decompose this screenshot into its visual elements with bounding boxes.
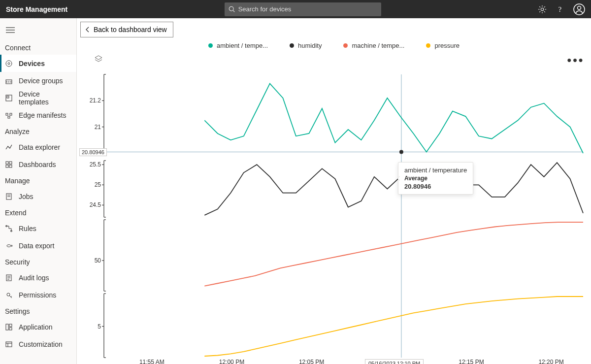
svg-text:25: 25 (95, 181, 101, 188)
more-options-button[interactable]: ●●● (567, 56, 584, 65)
svg-text:12:00 PM: 12:00 PM (219, 359, 244, 364)
svg-rect-45 (9, 324, 12, 327)
chart-tooltip: ambient / temperature Average 20.80946 (398, 162, 473, 195)
svg-rect-30 (6, 165, 8, 167)
svg-point-17 (6, 61, 12, 66)
sidebar-item-data-export[interactable]: Data export (0, 237, 76, 254)
chart-area[interactable]: 21.22125.52524.550511:55 AM05/16/202312:… (77, 69, 591, 364)
sidebar-item-jobs[interactable]: Jobs (0, 188, 76, 205)
nav-section-header: Manage (0, 173, 76, 188)
svg-point-66 (399, 150, 403, 154)
sidebar-item-permissions[interactable]: Permissions (0, 286, 76, 303)
svg-point-2 (541, 8, 543, 10)
nav-section-header: Connect (0, 40, 76, 55)
search-box[interactable] (225, 2, 381, 16)
sidebar-item-device-templates[interactable]: Device templates (0, 89, 76, 106)
sidebar-item-label: Device groups (19, 77, 63, 85)
sidebar-item-label: Application (19, 323, 53, 331)
content: ConnectDevicesDevice groupsDevice templa… (0, 18, 591, 364)
svg-line-1 (233, 10, 234, 12)
nav-section-header: Settings (0, 303, 76, 318)
sidebar-item-data-explorer[interactable]: Data explorer (0, 138, 76, 156)
edge-manifests-icon (5, 111, 13, 119)
sidebar-item-label: Dashboards (19, 161, 56, 168)
legend-label: machine / tempe... (352, 42, 404, 49)
legend-dot-icon (208, 43, 213, 48)
svg-text:12:15 PM: 12:15 PM (459, 359, 484, 364)
sidebar-item-label: Edge manifests (19, 111, 66, 119)
svg-rect-26 (10, 113, 12, 115)
sidebar: ConnectDevicesDevice groupsDevice templa… (0, 18, 77, 364)
app-title: Store Management (6, 5, 67, 13)
user-icon[interactable] (573, 3, 585, 15)
svg-text:5: 5 (98, 323, 101, 330)
sidebar-item-label: Jobs (19, 193, 33, 200)
application-icon (5, 323, 13, 331)
svg-text:24.5: 24.5 (90, 201, 101, 208)
device-groups-icon (5, 77, 13, 85)
svg-point-18 (8, 63, 10, 65)
sidebar-item-device-groups[interactable]: Device groups (0, 72, 76, 89)
legend-item-machine[interactable]: machine / tempe... (343, 42, 404, 49)
svg-line-8 (544, 11, 545, 12)
sidebar-item-rules[interactable]: Rules (0, 220, 76, 237)
tooltip-series: ambient / temperature (404, 166, 467, 174)
hover-y-value-text: 20.80946 (82, 149, 104, 155)
sidebar-item-devices[interactable]: Devices (0, 55, 76, 72)
svg-text:21.2: 21.2 (90, 97, 101, 104)
sidebar-item-audit-logs[interactable]: Audit logs (0, 269, 76, 286)
data-export-icon (5, 242, 13, 250)
sidebar-item-dashboards[interactable]: Dashboards (0, 156, 76, 173)
sidebar-item-label: Permissions (19, 291, 56, 299)
hover-x-line1: 05/16/2023 12:10 PM (368, 360, 420, 364)
legend-dot-icon (343, 43, 348, 48)
svg-rect-29 (9, 162, 12, 164)
sidebar-item-edge-manifests[interactable]: Edge manifests (0, 106, 76, 124)
devices-icon (5, 60, 13, 67)
chevron-left-icon (85, 27, 91, 33)
svg-rect-46 (9, 328, 12, 330)
svg-rect-27 (8, 116, 10, 118)
main: Back to dashboard view ambient / tempe..… (77, 18, 591, 364)
legend-item-ambient[interactable]: ambient / tempe... (208, 42, 268, 49)
legend-label: ambient / tempe... (217, 42, 268, 49)
dashboards-icon (5, 161, 13, 168)
legend-item-humidity[interactable]: humidity (290, 42, 322, 49)
nav-section-header: Extend (0, 205, 76, 220)
svg-point-0 (229, 6, 233, 11)
svg-rect-28 (6, 162, 8, 164)
header-actions: ? (538, 3, 585, 15)
sidebar-item-label: Data export (19, 242, 54, 250)
data-explorer-icon (5, 143, 13, 151)
hamburger-icon (6, 27, 15, 33)
chart-legend: ambient / tempe... humidity machine / te… (77, 42, 591, 49)
audit-logs-icon (5, 274, 13, 282)
nav-section-header: Analyze (0, 124, 76, 138)
legend-item-pressure[interactable]: pressure (426, 42, 460, 49)
search-input[interactable] (238, 5, 377, 13)
sidebar-item-label: Devices (19, 60, 45, 67)
hamburger-button[interactable] (0, 20, 76, 40)
sidebar-item-application[interactable]: Application (0, 318, 76, 335)
gear-icon[interactable] (538, 5, 547, 14)
sidebar-item-customization[interactable]: Customization (0, 335, 76, 353)
back-button[interactable]: Back to dashboard view (80, 22, 173, 37)
svg-rect-24 (7, 96, 9, 98)
layers-icon[interactable] (94, 55, 103, 64)
tooltip-value: 20.80946 (404, 183, 467, 190)
help-icon[interactable]: ? (556, 5, 564, 14)
hover-y-value: 20.80946 (79, 148, 107, 156)
legend-label: pressure (434, 42, 460, 49)
rules-icon (5, 225, 13, 232)
svg-text:11:55 AM: 11:55 AM (139, 359, 164, 364)
legend-dot-icon (290, 43, 294, 48)
svg-rect-25 (6, 113, 8, 115)
sidebar-item-label: Device templates (19, 90, 71, 106)
svg-text:12:20 PM: 12:20 PM (538, 359, 563, 364)
svg-text:12:05 PM: 12:05 PM (299, 359, 324, 364)
svg-text:50: 50 (95, 257, 101, 264)
chart-svg: 21.22125.52524.550511:55 AM05/16/202312:… (77, 69, 591, 364)
svg-line-42 (9, 296, 12, 298)
hover-x-value: 05/16/2023 12:10 PM 05/16/2023 12:11 PM (365, 359, 424, 364)
permissions-icon (5, 291, 13, 299)
